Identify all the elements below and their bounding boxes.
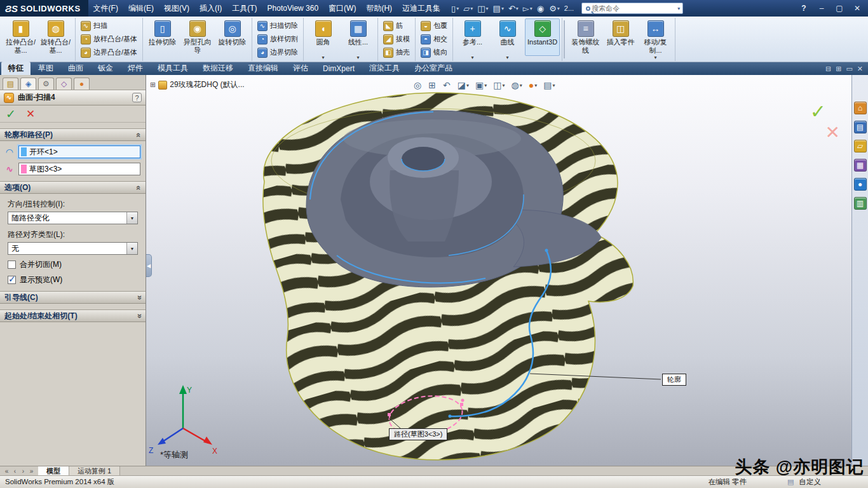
tab-data-migration[interactable]: 数据迁移 — [196, 62, 240, 76]
menu-item[interactable]: 工具(T) — [227, 0, 262, 17]
confirmation-ok-icon[interactable]: ✓ — [810, 100, 826, 123]
section-options[interactable]: 选项(O) « — [0, 181, 146, 194]
rebuild-icon[interactable]: ◉ — [535, 4, 546, 13]
dimxpertmanager-tab[interactable]: ◇ — [56, 78, 72, 90]
menu-item[interactable]: 帮助(H) — [361, 0, 397, 17]
confirmation-cancel-icon[interactable]: ✕ — [825, 122, 840, 143]
view-settings-icon[interactable]: ▤▾ — [541, 79, 557, 92]
section-start-end-tangency[interactable]: 起始处/结束处相切(T) « — [0, 309, 146, 322]
dropdown-arrow-icon[interactable]: ▼ — [126, 212, 137, 224]
section-view-icon[interactable]: ◪▾ — [456, 79, 471, 92]
menu-item[interactable]: 窗口(W) — [323, 0, 361, 17]
view-orientation-icon[interactable]: ▣▾ — [473, 79, 489, 92]
menu-item[interactable]: 文件(F) — [88, 0, 123, 17]
tab-features[interactable]: 特征 — [1, 62, 31, 76]
checkbox[interactable] — [8, 276, 16, 284]
wrap-button[interactable]: ◒包覆 — [417, 20, 451, 32]
close-button[interactable]: ✕ — [850, 4, 864, 13]
close-document-icon[interactable]: ✕ — [857, 65, 863, 73]
maximize-button[interactable]: ▢ — [832, 4, 846, 13]
help-icon[interactable]: ? — [132, 93, 142, 102]
lofted-boss-button[interactable]: ◔放样凸台/基体 — [78, 33, 140, 45]
undo-icon[interactable]: ↶▾ — [506, 4, 520, 13]
collapse-chevron-icon[interactable]: « — [134, 132, 144, 137]
new-document-icon[interactable]: ▯▾ — [449, 4, 461, 13]
instant3d-button[interactable]: ◇Instant3D — [525, 18, 560, 56]
cancel-button[interactable]: ✕ — [26, 107, 35, 121]
tab-sheet-metal[interactable]: 钣金 — [91, 62, 120, 76]
print-icon[interactable]: ▤▾ — [491, 4, 506, 13]
rib-button[interactable]: ◣筋 — [380, 20, 406, 32]
help-icon[interactable]: ? — [797, 4, 811, 13]
reference-geometry-button[interactable]: +参考...▾ — [455, 18, 490, 60]
options-icon[interactable]: ⚙▾ — [547, 4, 562, 13]
expand-tree-icon[interactable]: ⊞ — [150, 81, 156, 89]
path-alignment-select[interactable]: 无 ▼ — [8, 242, 138, 255]
command-search[interactable]: ▾ — [581, 3, 683, 14]
extruded-boss-button[interactable]: ▮拉伸凸台/基... — [3, 18, 38, 56]
revolved-cut-button[interactable]: ◎旋转切除 — [215, 18, 250, 56]
draft-button[interactable]: ◢拔模 — [380, 33, 413, 45]
section-guide-curves[interactable]: 引导线(C) « — [0, 291, 146, 304]
model-tab[interactable]: 模型 — [38, 466, 69, 475]
display-style-icon[interactable]: ◫▾ — [491, 79, 506, 92]
collapse-chevron-icon[interactable]: « — [134, 185, 144, 189]
fillet-button[interactable]: ◖圆角▾ — [306, 18, 341, 60]
motion-study-tab[interactable]: 运动算例 1 — [69, 466, 120, 475]
insert-part-button[interactable]: ◫插入零件 — [603, 18, 638, 56]
show-preview-checkbox[interactable]: 显示预览(W) — [8, 274, 138, 285]
cosmetic-thread-button[interactable]: ≡装饰螺纹线 — [568, 18, 603, 56]
linear-pattern-button[interactable]: ▦线性...▾ — [341, 18, 376, 60]
dropdown-arrow-icon[interactable]: ▼ — [126, 243, 137, 254]
configurationmanager-tab[interactable]: ⚙ — [38, 78, 54, 90]
zoom-fit-icon[interactable]: ◎ — [412, 79, 424, 92]
minimize-button[interactable]: – — [815, 4, 829, 13]
rose-model[interactable] — [263, 93, 633, 460]
tab-nav-arrow-icon[interactable]: ‹ — [11, 468, 18, 475]
save-icon[interactable]: ◫▾ — [475, 4, 490, 13]
expand-chevron-icon[interactable]: « — [134, 313, 144, 318]
tab-dimxpert[interactable]: DimXpert — [316, 63, 362, 75]
menu-item[interactable]: 编辑(E) — [123, 0, 159, 17]
mirror-button[interactable]: ◨镜向 — [417, 46, 451, 58]
solidworks-resources-icon[interactable]: ⌂ — [854, 102, 867, 114]
profile-callout[interactable]: 轮廓 — [662, 374, 686, 386]
intersect-button[interactable]: ◓相交 — [417, 33, 451, 45]
open-icon[interactable]: ▱▾ — [461, 4, 475, 13]
ok-button[interactable]: ✓ — [6, 107, 16, 121]
tab-nav-arrow-icon[interactable]: « — [3, 468, 10, 475]
menu-item[interactable]: 视图(V) — [159, 0, 194, 17]
tab-weldments[interactable]: 焊件 — [121, 62, 150, 76]
merge-tangent-faces-checkbox[interactable]: 合并切面(M) — [8, 259, 138, 270]
edit-appearance-icon[interactable]: ●▾ — [527, 79, 539, 92]
zoom-area-icon[interactable]: ⊞ — [426, 79, 438, 92]
toolbar-overflow[interactable]: 2... — [564, 4, 574, 12]
propertymanager-tab[interactable]: ◈ — [20, 78, 36, 90]
graphics-viewport[interactable]: Y X Z ⊞ 29玫瑰花DHQ (默认... ◎⊞↶◪▾▣▾◫▾◍▾●▾▤▾ … — [146, 75, 851, 466]
expand-chevron-icon[interactable]: « — [134, 295, 144, 299]
section-profile-path[interactable]: 轮廓和路径(P) « — [0, 128, 146, 141]
hide-show-items-icon[interactable]: ◍▾ — [509, 79, 524, 92]
design-library-icon[interactable]: ▤ — [854, 121, 867, 133]
tab-sketch[interactable]: 草图 — [31, 62, 60, 76]
search-input[interactable] — [592, 4, 677, 12]
checkbox[interactable] — [8, 261, 16, 269]
menu-item[interactable]: 插入(I) — [194, 0, 227, 17]
menu-item[interactable]: PhotoView 360 — [262, 0, 324, 17]
path-field[interactable]: 草图3<3> — [18, 163, 140, 175]
swept-cut-button[interactable]: ∿扫描切除 — [254, 20, 301, 32]
tab-evaluate[interactable]: 评估 — [286, 62, 315, 76]
extruded-cut-button[interactable]: ▯拉伸切除 — [145, 18, 180, 56]
file-explorer-icon[interactable]: ▱ — [854, 140, 867, 152]
view-palette-icon[interactable]: ▦ — [854, 159, 867, 172]
flyout-feature-tree[interactable]: ⊞ 29玫瑰花DHQ (默认... — [150, 79, 245, 90]
tab-nav-arrow-icon[interactable]: › — [20, 468, 27, 475]
move-copy-button[interactable]: ↔移动/复制...▾ — [638, 18, 673, 60]
swept-boss-button[interactable]: ∿扫描 — [78, 20, 111, 32]
displaymanager-tab[interactable]: ● — [74, 78, 90, 90]
boundary-boss-button[interactable]: ◕边界凸台/基体 — [78, 46, 140, 58]
boundary-cut-button[interactable]: ◕边界切除 — [254, 46, 301, 58]
tab-office-products[interactable]: 办公室产品 — [407, 62, 459, 76]
revolved-boss-button[interactable]: ◍旋转凸台/基... — [38, 18, 73, 56]
custom-properties-icon[interactable]: ▥ — [854, 197, 867, 210]
